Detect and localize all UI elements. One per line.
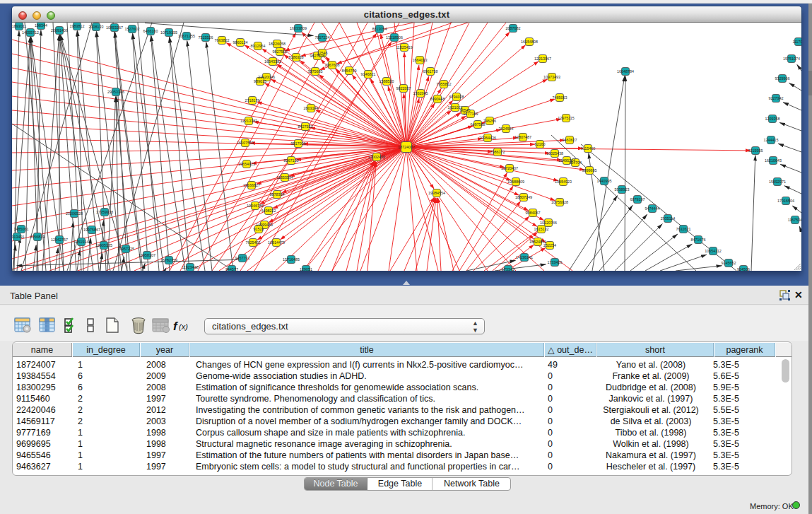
svg-text:9777169: 9777169 — [464, 112, 478, 116]
svg-text:8454749: 8454749 — [342, 69, 357, 73]
svg-text:10973493: 10973493 — [543, 75, 560, 79]
svg-text:29053346: 29053346 — [107, 90, 124, 94]
svg-text:3624554: 3624554 — [499, 127, 514, 131]
svg-text:10853267: 10853267 — [106, 25, 123, 30]
svg-text:6961758: 6961758 — [423, 69, 438, 74]
svg-text:10719155: 10719155 — [160, 30, 177, 35]
svg-text:18807249: 18807249 — [515, 195, 532, 199]
svg-text:1983812: 1983812 — [70, 24, 85, 28]
svg-text:12942757: 12942757 — [51, 238, 68, 242]
svg-text:17016504: 17016504 — [777, 199, 794, 203]
svg-text:5938923: 5938923 — [615, 187, 630, 192]
svg-text:1527602: 1527602 — [125, 27, 140, 31]
svg-text:10807487: 10807487 — [514, 135, 531, 139]
svg-text:1167534: 1167534 — [788, 218, 801, 222]
svg-text:7485063: 7485063 — [553, 95, 567, 100]
svg-text:19166827: 19166827 — [243, 183, 260, 187]
svg-text:1362045: 1362045 — [413, 91, 428, 95]
svg-text:14136141: 14136141 — [516, 255, 533, 259]
svg-text:12975115: 12975115 — [558, 116, 575, 120]
svg-text:11923448: 11923448 — [182, 265, 199, 269]
svg-text:8427552: 8427552 — [298, 124, 313, 129]
svg-text:6466160: 6466160 — [143, 29, 158, 33]
svg-text:14055712: 14055712 — [22, 30, 39, 35]
svg-text:18226058: 18226058 — [269, 42, 286, 46]
svg-text:111702: 111702 — [792, 40, 801, 44]
svg-text:13218506: 13218506 — [386, 35, 403, 40]
svg-text:20206528: 20206528 — [66, 211, 83, 216]
svg-text:9827500: 9827500 — [273, 49, 288, 54]
svg-text:19654923: 19654923 — [238, 162, 255, 166]
svg-text:8813054: 8813054 — [372, 27, 387, 31]
svg-text:19384554: 19384554 — [428, 191, 445, 195]
svg-text:924506: 924506 — [737, 267, 750, 271]
svg-text:20691406: 20691406 — [51, 28, 68, 33]
svg-text:16033809: 16033809 — [290, 26, 307, 30]
svg-text:1588520: 1588520 — [379, 79, 394, 83]
svg-text:1485061: 1485061 — [14, 227, 29, 231]
svg-text:2967608: 2967608 — [325, 63, 340, 67]
svg-text:9457791: 9457791 — [235, 256, 250, 260]
svg-text:3215955: 3215955 — [748, 148, 763, 153]
svg-text:6794028: 6794028 — [449, 95, 464, 99]
svg-text:9245652: 9245652 — [722, 261, 736, 265]
svg-text:8878334: 8878334 — [270, 192, 285, 197]
svg-text:15751074: 15751074 — [783, 57, 800, 61]
svg-text:10756928: 10756928 — [551, 200, 568, 204]
svg-text:129051: 129051 — [300, 267, 312, 271]
svg-text:10654112: 10654112 — [705, 249, 722, 253]
svg-text:173342: 173342 — [502, 267, 514, 271]
svg-text:17957225: 17957225 — [117, 247, 134, 251]
svg-text:16210643: 16210643 — [765, 158, 782, 163]
svg-text:16648784: 16648784 — [617, 69, 634, 74]
svg-text:15716485: 15716485 — [283, 257, 300, 262]
svg-text:746266: 746266 — [483, 119, 496, 123]
svg-text:1615132: 1615132 — [534, 227, 549, 231]
svg-text:12213967: 12213967 — [534, 57, 551, 61]
svg-text:16154808: 16154808 — [521, 40, 538, 44]
svg-text:16782759: 16782759 — [160, 258, 177, 262]
svg-text:9463627: 9463627 — [563, 138, 577, 142]
svg-text:9822037: 9822037 — [396, 86, 411, 90]
svg-text:9146821: 9146821 — [361, 72, 376, 76]
svg-text:2718176: 2718176 — [245, 98, 260, 103]
svg-text:9329966: 9329966 — [775, 76, 790, 81]
svg-text:1156819: 1156819 — [30, 235, 45, 239]
svg-text:6879197: 6879197 — [630, 197, 645, 201]
svg-text:989015: 989015 — [254, 79, 266, 83]
svg-text:12546: 12546 — [317, 51, 328, 55]
svg-text:62160: 62160 — [535, 142, 546, 146]
svg-text:1440995: 1440995 — [597, 179, 612, 183]
svg-text:15692971: 15692971 — [769, 180, 786, 184]
svg-text:12905135: 12905135 — [95, 243, 112, 247]
svg-text:12213383: 12213383 — [240, 119, 257, 123]
svg-text:10671355: 10671355 — [178, 34, 195, 38]
svg-text:2108133: 2108133 — [89, 25, 104, 29]
svg-text:1664033: 1664033 — [413, 58, 428, 62]
svg-text:16107553: 16107553 — [237, 141, 254, 145]
svg-text:9227342: 9227342 — [769, 96, 784, 100]
svg-text:16543382: 16543382 — [264, 59, 281, 64]
svg-text:9899695: 9899695 — [582, 168, 597, 173]
svg-text:2803144: 2803144 — [304, 106, 319, 110]
svg-text:9084067: 9084067 — [526, 211, 541, 215]
svg-text:7632621: 7632621 — [676, 227, 691, 231]
svg-text:1733426: 1733426 — [548, 260, 563, 264]
svg-text:10025438: 10025438 — [546, 151, 563, 156]
svg-text:8471676: 8471676 — [691, 238, 706, 242]
svg-text:8267130: 8267130 — [284, 158, 299, 163]
svg-text:19654923: 19654923 — [555, 180, 572, 184]
svg-text:7625402: 7625402 — [246, 240, 261, 245]
svg-text:9474444: 9474444 — [645, 206, 660, 211]
svg-text:11353594: 11353594 — [276, 175, 293, 180]
svg-text:9860124: 9860124 — [233, 40, 248, 45]
svg-text:16914479: 16914479 — [268, 240, 285, 245]
svg-text:20364436: 20364436 — [479, 136, 496, 140]
svg-text:2087682: 2087682 — [506, 26, 521, 30]
svg-text:2935114: 2935114 — [661, 216, 676, 221]
svg-text:10046786: 10046786 — [247, 204, 264, 208]
svg-text:7857224: 7857224 — [315, 35, 330, 40]
svg-text:7663822: 7663822 — [215, 38, 230, 42]
svg-text:4498222: 4498222 — [261, 209, 276, 213]
svg-text:(x): (x) — [179, 322, 188, 331]
